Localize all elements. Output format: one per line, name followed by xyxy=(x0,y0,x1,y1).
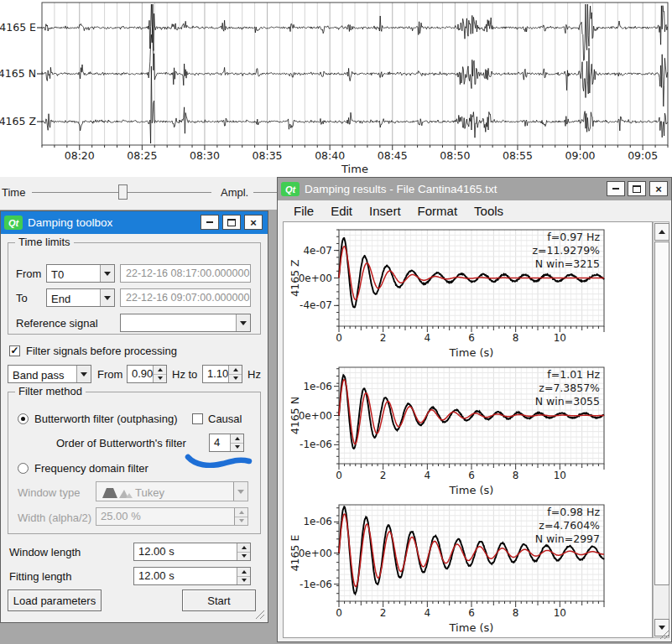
svg-text:N win=3215: N win=3215 xyxy=(535,257,600,270)
band-from-spinbox[interactable]: 0.90 xyxy=(127,365,167,383)
svg-text:0e+00: 0e+00 xyxy=(299,548,332,559)
damping-toolbox-window: Qt Damping toolbox × Time limits From T0… xyxy=(0,210,268,623)
blue-annotation-squiggle xyxy=(182,451,254,468)
width-alpha-spinbox[interactable]: 25.00 % xyxy=(96,507,248,526)
svg-text:08:35: 08:35 xyxy=(253,149,283,162)
menu-insert[interactable]: Insert xyxy=(361,204,409,218)
svg-text:Time (s): Time (s) xyxy=(449,484,494,496)
spin-down-icon[interactable] xyxy=(229,374,242,383)
spin-up-icon[interactable] xyxy=(231,434,243,443)
band-from-value: 0.90 xyxy=(128,366,153,382)
fitting-length-value: 12.00 s xyxy=(134,568,237,584)
svg-text:4165 E: 4165 E xyxy=(0,21,36,34)
from-datetime-field[interactable]: 22-12-16 08:17:00.000000 xyxy=(120,264,251,283)
width-alpha-value: 25.00 % xyxy=(96,508,234,525)
svg-text:10: 10 xyxy=(554,332,566,344)
svg-text:z=11.9279%: z=11.9279% xyxy=(532,244,600,257)
spin-up-icon[interactable] xyxy=(154,366,166,374)
resize-grip-icon[interactable] xyxy=(659,630,669,640)
from-label: From xyxy=(16,267,41,280)
time-slider-label: Time xyxy=(2,186,25,199)
chevron-down-icon[interactable] xyxy=(100,265,114,282)
svg-text:08:30: 08:30 xyxy=(190,149,220,162)
chevron-down-icon[interactable] xyxy=(236,314,250,331)
svg-text:1e-06: 1e-06 xyxy=(303,516,332,527)
window-length-value: 12.00 s xyxy=(134,543,237,560)
svg-text:6: 6 xyxy=(468,332,475,344)
frequency-domain-radio[interactable] xyxy=(18,463,29,474)
scrollbar-thumb[interactable] xyxy=(654,242,669,585)
to-datetime-field[interactable]: 22-12-16 09:07:00.000000 xyxy=(120,288,251,307)
band-type-combobox[interactable]: Band pass xyxy=(8,365,91,383)
svg-text:Time: Time xyxy=(341,163,368,175)
results-minimize-button[interactable] xyxy=(607,181,625,196)
svg-text:2: 2 xyxy=(380,332,387,344)
time-slider[interactable] xyxy=(32,192,211,193)
band-to-value: 1.10 xyxy=(203,366,228,382)
spin-down-icon[interactable] xyxy=(235,517,247,526)
svg-text:2: 2 xyxy=(380,470,387,481)
svg-text:0e+00: 0e+00 xyxy=(299,273,332,284)
svg-text:0: 0 xyxy=(336,332,342,344)
start-button[interactable]: Start xyxy=(182,589,256,611)
window-type-label: Window type xyxy=(18,486,80,499)
results-scrollbar[interactable] xyxy=(653,221,669,638)
svg-text:4165 N: 4165 N xyxy=(0,67,36,80)
fitting-length-spinbox[interactable]: 12.00 s xyxy=(133,567,251,585)
spin-up-icon[interactable] xyxy=(237,543,250,552)
toolbox-close-button[interactable]: × xyxy=(244,215,263,230)
spin-up-icon[interactable] xyxy=(237,568,250,576)
filter-signals-checkbox[interactable]: ✓ xyxy=(9,345,20,356)
resize-grip-icon[interactable] xyxy=(255,610,265,620)
chevron-down-icon[interactable] xyxy=(100,289,114,306)
svg-text:z=7.3857%: z=7.3857% xyxy=(539,382,600,394)
damping-plot-4165-z: 4e-070e+00-4e-070246810f=0.97 Hzz=11.927… xyxy=(284,225,652,362)
seismogram-panel: 08:2008:2508:3008:3508:4008:4508:5008:55… xyxy=(0,0,672,177)
svg-text:2: 2 xyxy=(380,607,387,619)
svg-text:-1e-06: -1e-06 xyxy=(300,439,332,450)
seismogram-chart: 08:2008:2508:3008:3508:4008:4508:5008:55… xyxy=(0,0,672,177)
svg-text:0: 0 xyxy=(336,470,342,481)
ampl-slider-label: Ampl. xyxy=(221,186,248,199)
toolbox-maximize-button[interactable] xyxy=(222,215,241,230)
svg-text:N win=3055: N win=3055 xyxy=(535,395,600,408)
window-length-label: Window length xyxy=(9,546,81,558)
window-length-spinbox[interactable]: 12.00 s xyxy=(133,543,251,561)
svg-text:z=4.7604%: z=4.7604% xyxy=(539,519,600,532)
svg-text:f=0.98 Hz: f=0.98 Hz xyxy=(547,506,600,518)
qt-logo-icon: Qt xyxy=(4,216,23,230)
filter-signals-label: Filter signals before processing xyxy=(26,345,177,357)
spin-up-icon[interactable] xyxy=(229,366,242,374)
from-combobox[interactable]: T0 xyxy=(46,264,115,283)
spin-down-icon[interactable] xyxy=(237,576,250,585)
svg-text:08:55: 08:55 xyxy=(503,149,533,162)
results-maximize-button[interactable] xyxy=(628,181,646,196)
results-close-button[interactable]: × xyxy=(649,181,668,196)
time-slider-handle[interactable] xyxy=(118,184,128,200)
chevron-down-icon[interactable] xyxy=(76,366,91,382)
causal-label: Causal xyxy=(208,413,242,425)
window-type-combobox[interactable]: Tukey xyxy=(96,481,248,501)
spin-down-icon[interactable] xyxy=(231,443,243,452)
chevron-down-icon[interactable] xyxy=(233,482,247,501)
spin-down-icon[interactable] xyxy=(237,552,250,561)
window-shape-icon xyxy=(101,486,133,499)
butterworth-order-value: 4 xyxy=(210,434,230,451)
svg-text:08:25: 08:25 xyxy=(127,149,157,162)
menu-tools[interactable]: Tools xyxy=(466,204,512,218)
band-to-spinbox[interactable]: 1.10 xyxy=(202,365,242,383)
menu-format[interactable]: Format xyxy=(409,204,466,218)
spin-down-icon[interactable] xyxy=(154,374,166,383)
menu-file[interactable]: File xyxy=(285,204,322,218)
causal-checkbox[interactable] xyxy=(192,413,203,424)
toolbox-minimize-button[interactable] xyxy=(201,215,219,230)
load-parameters-button[interactable]: Load parameters xyxy=(8,589,102,611)
band-end-label: Hz xyxy=(247,368,261,381)
menu-edit[interactable]: Edit xyxy=(322,204,361,218)
spin-up-icon[interactable] xyxy=(235,508,247,517)
butterworth-radio[interactable] xyxy=(18,413,29,424)
reference-signal-combobox[interactable] xyxy=(120,314,251,332)
to-combobox[interactable]: End xyxy=(46,288,115,307)
scrollbar-up-icon[interactable] xyxy=(654,223,669,241)
butterworth-order-spinbox[interactable]: 4 xyxy=(209,434,244,452)
